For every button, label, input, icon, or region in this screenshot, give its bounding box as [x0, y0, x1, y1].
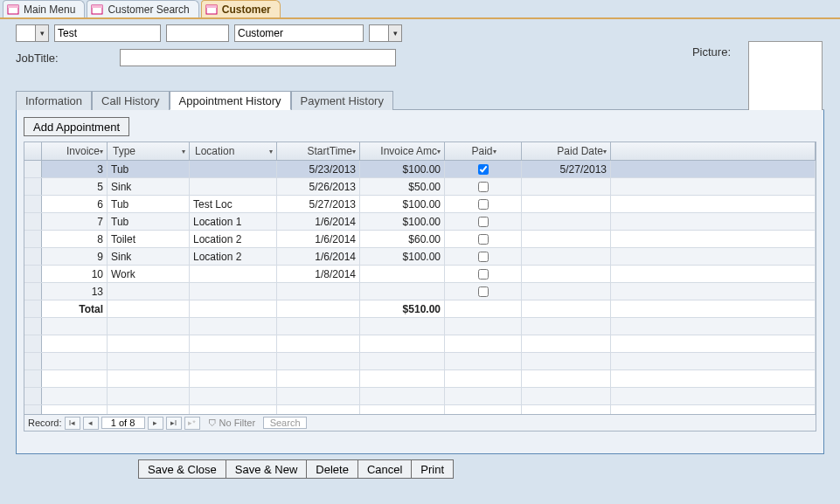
cell-amount[interactable]: $100.00: [360, 213, 445, 230]
suffix-combo[interactable]: [369, 24, 402, 42]
row-selector[interactable]: [24, 283, 42, 300]
cell-type[interactable]: Tub: [108, 196, 190, 212]
nav-last-button[interactable]: ▸I: [166, 417, 182, 430]
cell-starttime[interactable]: 1/6/2014: [277, 231, 360, 247]
col-starttime[interactable]: StartTime▾: [277, 142, 360, 160]
paid-checkbox[interactable]: [478, 217, 489, 227]
cell-type[interactable]: Tub: [108, 161, 190, 177]
search-input[interactable]: [263, 417, 307, 429]
col-invoice[interactable]: Invoice▾: [42, 142, 108, 160]
cell-type[interactable]: Work: [108, 266, 190, 282]
cell-starttime[interactable]: 5/26/2013: [277, 178, 360, 195]
print-button[interactable]: Print: [411, 459, 454, 479]
cell-invoice[interactable]: 6: [42, 196, 108, 212]
cell-location[interactable]: Location 1: [190, 213, 277, 230]
cell-location[interactable]: [190, 161, 277, 177]
nav-first-button[interactable]: I◂: [65, 417, 80, 430]
col-type[interactable]: Type▾: [108, 142, 190, 160]
cell-invoice[interactable]: 10: [42, 266, 108, 282]
nav-prev-button[interactable]: ◂: [83, 417, 99, 430]
tab-main-menu[interactable]: Main Menu: [3, 0, 85, 17]
cell-invoice[interactable]: 3: [42, 161, 108, 177]
prefix-combo[interactable]: [16, 24, 49, 42]
table-row[interactable]: 8ToiletLocation 21/6/2014$60.00: [24, 231, 816, 248]
picture-box[interactable]: [748, 41, 823, 115]
row-selector[interactable]: [24, 231, 42, 247]
cell-type[interactable]: [108, 283, 190, 300]
cell-paid[interactable]: [445, 266, 522, 282]
nav-new-button[interactable]: ▸*: [184, 417, 200, 430]
cell-paid[interactable]: [445, 196, 522, 212]
cell-starttime[interactable]: 5/23/2013: [277, 161, 360, 177]
paid-checkbox[interactable]: [478, 182, 489, 192]
tab-customer[interactable]: Customer: [201, 0, 281, 17]
table-row[interactable]: 10Work1/8/2014: [24, 266, 816, 283]
cell-invoice[interactable]: 7: [42, 213, 108, 230]
cell-invoice[interactable]: 9: [42, 248, 108, 265]
delete-button[interactable]: Delete: [306, 459, 358, 479]
no-filter[interactable]: ⛉ No Filter: [208, 418, 256, 428]
col-paid-date[interactable]: Paid Date▾: [522, 142, 611, 160]
cell-paid[interactable]: [445, 213, 522, 230]
tab-appointment-history[interactable]: Appointment History: [170, 91, 291, 110]
cell-paid[interactable]: [445, 248, 522, 265]
cell-amount[interactable]: $100.00: [360, 196, 445, 212]
paid-checkbox[interactable]: [478, 199, 489, 210]
cell-paid[interactable]: [445, 178, 522, 195]
paid-checkbox[interactable]: [478, 252, 489, 262]
cell-amount[interactable]: $50.00: [360, 178, 445, 195]
cell-paid[interactable]: [445, 283, 522, 300]
middle-input[interactable]: [166, 24, 229, 42]
grid-body[interactable]: 3Tub5/23/2013$100.005/27/20135Sink5/26/2…: [24, 161, 816, 414]
cell-type[interactable]: Toilet: [108, 231, 190, 247]
cell-paiddate[interactable]: 5/27/2013: [522, 161, 611, 177]
cell-amount[interactable]: [360, 283, 445, 300]
jobtitle-input[interactable]: [120, 49, 396, 66]
cell-paiddate[interactable]: [522, 178, 611, 195]
cell-paiddate[interactable]: [522, 248, 611, 265]
row-selector-header[interactable]: [24, 142, 42, 160]
cell-starttime[interactable]: 1/6/2014: [277, 213, 360, 230]
cell-starttime[interactable]: 1/8/2014: [277, 266, 360, 282]
cell-location[interactable]: [190, 266, 277, 282]
cell-invoice[interactable]: 13: [42, 283, 108, 300]
table-row[interactable]: 13: [24, 283, 816, 300]
row-selector[interactable]: [24, 178, 42, 195]
last-name-input[interactable]: [234, 24, 364, 42]
table-row[interactable]: 7TubLocation 11/6/2014$100.00: [24, 213, 816, 231]
paid-checkbox[interactable]: [478, 287, 489, 297]
row-selector[interactable]: [24, 266, 42, 282]
cell-paid[interactable]: [445, 161, 522, 177]
row-selector[interactable]: [24, 161, 42, 177]
row-selector[interactable]: [24, 248, 42, 265]
tab-information[interactable]: Information: [16, 91, 92, 110]
table-row[interactable]: 3Tub5/23/2013$100.005/27/2013: [24, 161, 816, 178]
cell-starttime[interactable]: 5/27/2013: [277, 196, 360, 212]
tab-payment-history[interactable]: Payment History: [291, 91, 393, 110]
paid-checkbox[interactable]: [478, 269, 489, 280]
col-invoice-amt[interactable]: Invoice Amc▾: [360, 142, 445, 160]
cell-paiddate[interactable]: [522, 231, 611, 247]
cell-paiddate[interactable]: [522, 196, 611, 212]
cell-location[interactable]: [190, 283, 277, 300]
table-row[interactable]: 6TubTest Loc5/27/2013$100.00: [24, 196, 816, 213]
cell-paid[interactable]: [445, 231, 522, 247]
table-row[interactable]: 9SinkLocation 21/6/2014$100.00: [24, 248, 816, 266]
cell-starttime[interactable]: 1/6/2014: [277, 248, 360, 265]
cell-paiddate[interactable]: [522, 283, 611, 300]
save-close-button[interactable]: Save & Close: [138, 459, 226, 479]
first-name-input[interactable]: [54, 24, 161, 42]
cell-paiddate[interactable]: [522, 213, 611, 230]
record-position[interactable]: [101, 417, 145, 429]
col-paid[interactable]: Paid▾: [445, 142, 522, 160]
tab-customer-search[interactable]: Customer Search: [87, 0, 198, 17]
cell-paiddate[interactable]: [522, 266, 611, 282]
cell-location[interactable]: Location 2: [190, 231, 277, 247]
cell-location[interactable]: Test Loc: [190, 196, 277, 212]
cancel-button[interactable]: Cancel: [358, 459, 411, 479]
cell-starttime[interactable]: [277, 283, 360, 300]
cell-amount[interactable]: $60.00: [360, 231, 445, 247]
cell-amount[interactable]: $100.00: [360, 161, 445, 177]
tab-call-history[interactable]: Call History: [92, 91, 169, 110]
paid-checkbox[interactable]: [478, 164, 489, 175]
